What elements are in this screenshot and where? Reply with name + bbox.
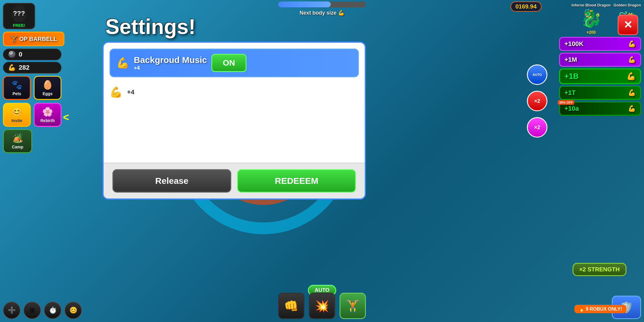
strength-stat: 💪 282	[3, 62, 61, 73]
barbell-action-button[interactable]: 🏋️	[340, 293, 366, 319]
top-bar: Next body size 💪 0169.94	[0, 0, 644, 15]
plus-100k-label: +100K	[564, 40, 583, 48]
multiplier-buttons: +100K 💪 +1M 💪 +1B 💪 +1T 💪 +10a 💪 39% OFF	[559, 37, 641, 116]
plus-1m-button[interactable]: +1M 💪	[559, 53, 641, 67]
music-toggle-button[interactable]: ON	[211, 54, 246, 72]
redeem-button[interactable]: REDEEEM	[237, 169, 356, 193]
modal-body-empty	[104, 104, 365, 163]
strength-value: 282	[19, 64, 30, 71]
strength-boost-button[interactable]: ×2 STRENGTH	[573, 263, 626, 276]
bottom-bar: AUTO 👊 💥 🏋️	[0, 287, 644, 322]
invite-icon: 😊	[11, 107, 22, 117]
mystery-egg-button[interactable]: ??? FREE!	[3, 3, 35, 29]
eggs-button[interactable]: 🥚 Eggs	[34, 76, 61, 100]
plus-1t-icon: 💪	[628, 89, 636, 97]
inferno-dragon-name: Inferno Blood Dragon	[572, 3, 611, 7]
auto-label: AUTO	[533, 73, 542, 76]
currency-value: 0169.94	[515, 3, 537, 10]
music-label-group: Backgroud Music +4	[134, 55, 207, 71]
camp-icon: 🏕️	[12, 133, 23, 143]
plus-100k-icon: 💪	[628, 40, 636, 48]
right-sidebar: Inferno Blood Dragon 🐉 ×200 Golden Drago…	[556, 0, 644, 322]
music-label: Backgroud Music	[134, 55, 207, 65]
camp-button[interactable]: 🏕️ Camp	[3, 129, 32, 153]
currency-display: 0169.94	[511, 1, 542, 12]
inferno-dragon-icon: 🐉	[580, 8, 602, 29]
nav-buttons: 🐾 Pets 🥚 Eggs 😊 Invite 🌸 Rebirth	[3, 76, 61, 127]
boost-circle-x2-1[interactable]: ×2	[527, 91, 547, 111]
boost-circle-x2-2[interactable]: ×2	[527, 117, 547, 138]
music-sub-label: +4	[134, 65, 207, 71]
second-sub-label: +4	[127, 88, 134, 96]
pets-button[interactable]: 🐾 Pets	[3, 76, 31, 100]
music-setting-row: 💪 Backgroud Music +4 ON	[109, 49, 359, 77]
strength-x2-label: ×2 STRENGTH	[579, 266, 620, 273]
op-barbell-button[interactable]: 🏋️ OP BARBELL	[3, 32, 64, 46]
auto-circle[interactable]: AUTO	[527, 64, 547, 85]
modal-content: 💪 Backgroud Music +4 ON 💪 +4 Release RED…	[102, 42, 366, 200]
release-button[interactable]: Release	[112, 169, 231, 193]
second-muscle-icon: 💪	[109, 86, 123, 98]
action-buttons: 👊 💥 🏋️	[278, 293, 366, 319]
op-barbell-text: OP BARBELL	[19, 36, 57, 42]
barbell-icon: 🏋️	[345, 299, 360, 313]
rebirth-label: Rebirth	[40, 118, 55, 123]
op-barbell-label: 🏋️	[10, 36, 19, 42]
plus-1t-button[interactable]: +1T 💪	[559, 86, 641, 100]
progress-bar-bg	[278, 1, 366, 7]
explosion-icon: 💥	[315, 299, 329, 313]
golden-dragon-name: Golden Dragon	[614, 3, 641, 7]
plus-1b-icon: 💪	[626, 72, 636, 81]
strength-icon: 💪	[8, 64, 16, 71]
discount-badge: 39% OFF	[558, 100, 574, 105]
close-icon: ✕	[624, 19, 632, 31]
eggs-label: Eggs	[42, 91, 52, 96]
progress-bar-fill	[278, 1, 331, 7]
plus-1b-button[interactable]: +1B 💪	[559, 68, 641, 84]
settings-modal: Settings! 💪 Backgroud Music +4 ON 💪 +4 R…	[102, 15, 366, 200]
camp-label: Camp	[12, 145, 23, 149]
x2-label-2: ×2	[534, 124, 540, 131]
plus-1b-label: +1B	[564, 72, 578, 81]
inferno-dragon-card: Inferno Blood Dragon 🐉 ×200	[572, 3, 611, 35]
egg-icon: ???	[12, 5, 26, 22]
plus-1m-icon: 💪	[628, 56, 636, 64]
rebirth-icon: 🌸	[42, 107, 53, 117]
settings-title: Settings!	[102, 15, 366, 39]
left-sidebar: ??? FREE! 🏋️ OP BARBELL 🎱 0 💪 282 🐾 Pets…	[0, 0, 70, 322]
plus-10qa-wrapper: +10a 💪 39% OFF	[559, 102, 641, 116]
pets-icon: 🐾	[11, 80, 22, 90]
close-button[interactable]: ✕	[618, 15, 638, 35]
modal-header: 💪 Backgroud Music +4 ON	[104, 43, 365, 80]
stats-row: 🎱 0 💪 282	[3, 49, 67, 73]
balls-stat: 🎱 0	[3, 49, 61, 60]
egg-label: ???	[13, 10, 25, 17]
x2-label-1: ×2	[534, 98, 540, 104]
free-label: FREE!	[13, 23, 25, 28]
invite-label: Invite	[11, 118, 22, 123]
arrow-indicator: <	[63, 111, 69, 124]
balls-icon: 🎱	[8, 51, 16, 58]
punch-icon: 👊	[284, 299, 299, 313]
plus-10qa-icon: 💪	[628, 105, 636, 112]
rebirth-button[interactable]: 🌸 Rebirth	[34, 103, 61, 127]
plus-10qa-label: +10a	[564, 105, 579, 112]
plus-100k-button[interactable]: +100K 💪	[559, 37, 641, 51]
music-muscle-icon: 💪	[116, 57, 129, 69]
balls-value: 0	[19, 51, 22, 58]
punch-action-button[interactable]: 👊	[278, 293, 304, 319]
progress-bar-container: Next body size 💪	[278, 1, 366, 7]
pets-label: Pets	[13, 91, 21, 96]
modal-footer: Release REDEEEM	[104, 163, 365, 198]
eggs-icon: 🥚	[42, 80, 53, 90]
invite-button[interactable]: 😊 Invite	[3, 103, 31, 127]
inferno-dragon-count: ×200	[587, 30, 596, 35]
plus-1m-label: +1M	[564, 56, 577, 64]
explosion-action-button[interactable]: 💥	[309, 293, 335, 319]
second-setting-row: 💪 +4	[104, 80, 365, 104]
plus-1t-label: +1T	[564, 89, 576, 97]
